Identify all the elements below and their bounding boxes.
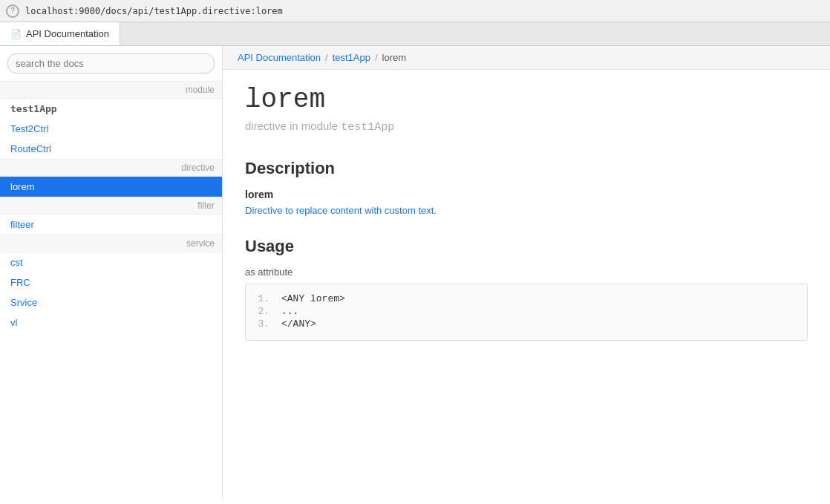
desc-title: lorem bbox=[245, 189, 808, 200]
browser-url: localhost:9000/docs/api/test1App.directi… bbox=[25, 6, 283, 16]
main-container: module test1App Test2Ctrl RouteCtrl dire… bbox=[0, 46, 830, 500]
doc-content: lorem directive in module test1App Descr… bbox=[223, 70, 830, 356]
tab-label: API Documentation bbox=[26, 28, 109, 39]
breadcrumb-api-docs[interactable]: API Documentation bbox=[238, 52, 321, 63]
search-input[interactable] bbox=[7, 53, 215, 73]
description-heading: Description bbox=[245, 156, 808, 178]
sidebar-item-lorem[interactable]: lorem bbox=[0, 177, 222, 197]
line-num-2: 2. bbox=[258, 306, 269, 317]
doc-subtitle: directive in module test1App bbox=[245, 120, 808, 134]
code-block: 1. <ANY lorem> 2. ... 3. </ANY> bbox=[245, 284, 808, 341]
code-line-3: 3. </ANY> bbox=[258, 318, 795, 330]
line-code-2: ... bbox=[281, 306, 298, 317]
sidebar-item-vl[interactable]: vl bbox=[0, 312, 222, 333]
breadcrumb-sep-2: / bbox=[375, 52, 378, 63]
sidebar-item-test1app-heading: test1App bbox=[0, 99, 222, 119]
line-num-1: 1. bbox=[258, 293, 269, 304]
doc-title: lorem bbox=[245, 85, 808, 115]
breadcrumb-sep-1: / bbox=[325, 52, 328, 63]
browser-favicon: ? bbox=[6, 4, 19, 18]
breadcrumb: API Documentation / test1App / lorem bbox=[223, 46, 830, 70]
api-documentation-tab[interactable]: 📄 API Documentation bbox=[0, 22, 120, 45]
tab-icon: 📄 bbox=[10, 29, 22, 39]
sidebar-item-cst[interactable]: cst bbox=[0, 252, 222, 272]
breadcrumb-test1app[interactable]: test1App bbox=[333, 52, 370, 63]
service-section-label: service bbox=[0, 235, 222, 252]
line-code-1: <ANY lorem> bbox=[281, 293, 345, 304]
subtitle-prefix: directive in module bbox=[245, 120, 338, 132]
code-line-1: 1. <ANY lorem> bbox=[258, 293, 795, 304]
breadcrumb-lorem: lorem bbox=[382, 52, 407, 63]
line-num-3: 3. bbox=[258, 318, 269, 330]
content-area: API Documentation / test1App / lorem lor… bbox=[223, 46, 830, 500]
tab-bar: 📄 API Documentation bbox=[0, 22, 830, 46]
subtitle-module: test1App bbox=[341, 121, 394, 134]
directive-section-label: directive bbox=[0, 159, 222, 177]
sidebar-item-frc[interactable]: FRC bbox=[0, 272, 222, 292]
sidebar-item-filteer[interactable]: filteer bbox=[0, 215, 222, 235]
module-section-label: module bbox=[0, 81, 222, 99]
sidebar: module test1App Test2Ctrl RouteCtrl dire… bbox=[0, 46, 223, 500]
usage-heading: Usage bbox=[245, 234, 808, 256]
sidebar-item-test2ctrl[interactable]: Test2Ctrl bbox=[0, 119, 222, 139]
sidebar-item-routectrl[interactable]: RouteCtrl bbox=[0, 139, 222, 159]
search-box-wrapper bbox=[0, 53, 222, 81]
code-line-2: 2. ... bbox=[258, 306, 795, 317]
line-code-3: </ANY> bbox=[281, 318, 316, 330]
desc-text: Directive to replace content with custom… bbox=[245, 205, 808, 216]
browser-bar: ? localhost:9000/docs/api/test1App.direc… bbox=[0, 0, 830, 22]
filter-section-label: filter bbox=[0, 197, 222, 215]
sidebar-item-srvice[interactable]: Srvice bbox=[0, 292, 222, 312]
usage-label: as attribute bbox=[245, 266, 808, 278]
